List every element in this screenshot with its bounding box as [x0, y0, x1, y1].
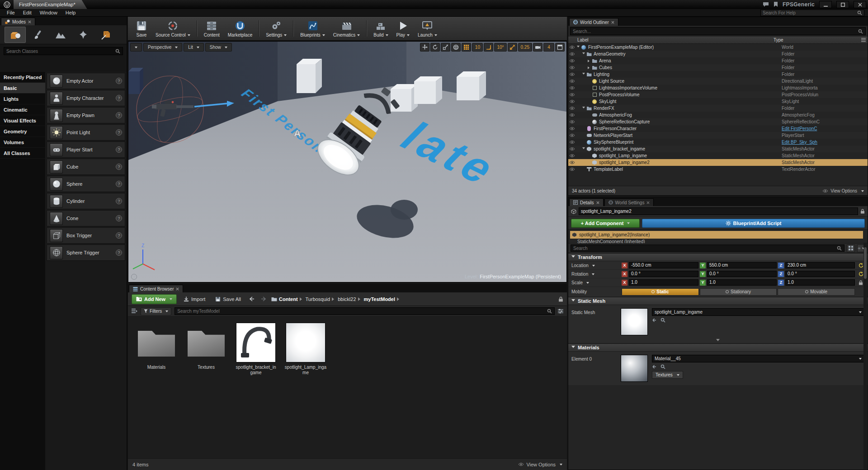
outliner-row[interactable]: TemplateLabelTextRenderActor	[568, 166, 868, 173]
visibility-eye-icon[interactable]	[568, 79, 576, 83]
help-icon[interactable]: ?	[131, 274, 137, 280]
viewport-options-button[interactable]	[130, 43, 142, 52]
outliner-row[interactable]: PostProcessVolumePostProcessVolun	[568, 91, 868, 98]
visibility-eye-icon[interactable]	[568, 160, 576, 164]
visibility-eye-icon[interactable]	[568, 127, 576, 131]
document-tab[interactable]: FirstPersonExampleMap*	[14, 0, 87, 9]
expander-icon[interactable]	[581, 52, 586, 56]
filters-button[interactable]: Filters	[141, 307, 171, 315]
show-button[interactable]: Show	[205, 43, 232, 52]
static-mesh-thumbnail[interactable]	[621, 308, 648, 335]
category-recently-placed[interactable]: Recently Placed	[0, 72, 45, 83]
help-icon[interactable]: ?	[116, 95, 122, 101]
flag-icon[interactable]	[774, 2, 778, 7]
use-selected-asset-icon[interactable]	[652, 364, 657, 369]
row-type-link[interactable]: Edit BP_Sky_Sph	[782, 140, 868, 145]
location-y-field[interactable]: 550.0 cm	[707, 262, 777, 268]
rotation-x-field[interactable]: 0.0 °	[629, 271, 698, 277]
tab-content-browser[interactable]: Content Browser	[129, 285, 183, 292]
asset-spotlight-lamp[interactable]: spotlight_Lamp_ingame	[284, 323, 327, 376]
placeable-player-start[interactable]: Player Start?	[47, 141, 125, 158]
view-options-button[interactable]: View Options	[822, 188, 864, 193]
minimize-button[interactable]	[819, 1, 832, 8]
lit-button[interactable]: Lit	[184, 43, 204, 52]
use-selected-asset-icon[interactable]	[652, 318, 657, 323]
white-cube-pair-right[interactable]	[414, 76, 442, 104]
placeable-sphere-trigger[interactable]: Sphere Trigger?	[47, 244, 125, 261]
viewport-scene[interactable]: First Person late	[128, 42, 566, 282]
section-collapse-handle[interactable]	[568, 338, 868, 343]
mobility-stationary-button[interactable]: Stationary	[700, 288, 777, 296]
scrollbar-thumb[interactable]	[864, 247, 867, 279]
back-button[interactable]	[248, 295, 256, 303]
world-space-button[interactable]	[451, 43, 461, 52]
build-button[interactable]: Build	[369, 18, 392, 39]
launch-button[interactable]: Launch	[414, 18, 441, 39]
camera-speed-value[interactable]: 4	[543, 43, 554, 52]
rotation-y-field[interactable]: 0.0 °	[707, 271, 777, 277]
outliner-row[interactable]: NetworkPlayerStartPlayerStart	[568, 132, 868, 139]
outliner-row[interactable]: ArenaFolder	[568, 57, 868, 64]
visibility-eye-icon[interactable]	[568, 106, 576, 110]
expander-icon[interactable]	[576, 46, 580, 49]
translate-tool-button[interactable]	[420, 43, 429, 52]
visibility-eye-icon[interactable]	[568, 113, 576, 117]
help-icon[interactable]: ?	[116, 232, 122, 239]
browse-to-asset-icon[interactable]	[660, 364, 665, 369]
help-icon[interactable]: ?	[116, 112, 122, 118]
help-icon[interactable]: ?	[116, 215, 122, 221]
mobility-movable-button[interactable]: Movable	[778, 288, 855, 296]
view-options-button[interactable]: View Options	[518, 462, 562, 467]
browse-to-asset-icon[interactable]	[660, 318, 665, 323]
outliner-row[interactable]: ArenaGeometryFolder	[568, 51, 868, 57]
content-button[interactable]: Content	[200, 18, 224, 39]
visibility-eye-icon[interactable]	[568, 72, 576, 76]
placeable-cone[interactable]: Cone?	[47, 210, 125, 226]
navy-cube[interactable]	[128, 68, 143, 94]
white-cube-far-right[interactable]	[457, 71, 486, 100]
outliner-row[interactable]: spotlight_bracket_ingameStaticMeshActor	[568, 146, 868, 152]
viewport[interactable]: First Person late	[128, 41, 567, 282]
maximize-button[interactable]	[836, 1, 849, 8]
breadcrumb-turbosquid[interactable]: Turbosquid	[306, 296, 330, 302]
outliner-row[interactable]: SkySphereBlueprintEdit BP_Sky_Sph	[568, 139, 868, 146]
visibility-eye-icon[interactable]	[568, 52, 576, 56]
mode-foliage-button[interactable]	[72, 27, 94, 43]
component-row-selected[interactable]: spotlight_Lamp_ingame2(Instance)	[570, 231, 863, 239]
rotation-snap-value[interactable]: 10°	[494, 43, 506, 52]
expander-icon[interactable]	[587, 66, 591, 69]
visibility-eye-icon[interactable]	[568, 86, 576, 90]
view-settings-icon[interactable]	[558, 309, 563, 314]
help-icon[interactable]: ?	[116, 198, 122, 204]
scale-x-field[interactable]: 1.0	[629, 279, 698, 286]
category-volumes[interactable]: Volumes	[0, 137, 45, 148]
close-icon[interactable]	[596, 201, 599, 204]
outliner-row[interactable]: LightmassImportanceVolumeLightmassImport…	[568, 85, 868, 91]
scale-snap-value[interactable]: 0.25	[518, 43, 532, 52]
placeable-point-light[interactable]: Point Light?	[47, 124, 125, 141]
outliner-row[interactable]: Light SourceDirectionalLight	[568, 78, 868, 85]
sources-panel-icon[interactable]	[132, 309, 137, 314]
import-button[interactable]: Import	[180, 294, 208, 304]
outliner-row[interactable]: FirstPersonExampleMap (Editor)World	[568, 44, 868, 51]
outliner-row[interactable]: SkyLightSkyLight	[568, 98, 868, 105]
category-lights[interactable]: Lights	[0, 94, 45, 104]
forward-button[interactable]	[259, 295, 268, 303]
column-label[interactable]: Label	[568, 38, 774, 42]
outliner-row[interactable]: FirstPersonCharacterEdit FirstPersonC	[568, 125, 868, 132]
mode-place-button[interactable]	[5, 27, 26, 43]
tab-world-outliner[interactable]: World Outliner	[569, 18, 618, 26]
scale-label[interactable]: Scale	[571, 280, 619, 285]
placeable-empty-character[interactable]: Empty Character?	[47, 90, 125, 106]
rotation-label[interactable]: Rotation	[571, 272, 619, 277]
blueprint-add-script-button[interactable]: Blueprint/Add Script	[642, 219, 865, 228]
scale-y-field[interactable]: 1.0	[707, 279, 777, 286]
outliner-row[interactable]: CubesFolder	[568, 64, 868, 71]
menu-help[interactable]: Help	[61, 9, 80, 16]
visibility-eye-icon[interactable]	[568, 66, 576, 70]
rotate-tool-button[interactable]	[430, 43, 440, 52]
tab-modes[interactable]: Modes	[1, 18, 35, 25]
help-icon[interactable]: ?	[116, 129, 122, 136]
details-search-input[interactable]	[573, 246, 835, 251]
scale-z-field[interactable]: 1.0	[785, 279, 855, 286]
